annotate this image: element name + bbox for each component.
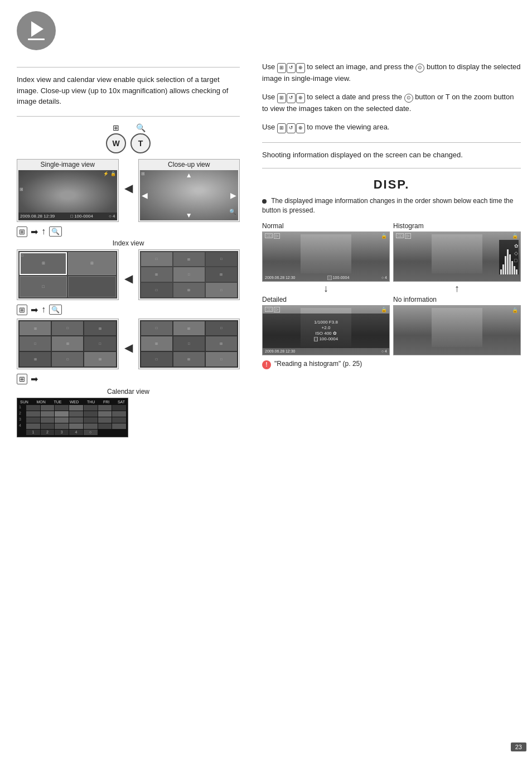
index-panel-small: ⊞ □ ⊞ □: [17, 249, 119, 300]
big-index-row: ⊞ □ ⊞ □ ⊞ □ ⊞ □ ⊞ ◀ □: [17, 319, 240, 369]
histogram-label: Histogram: [393, 222, 521, 230]
arrow-single-to-closeup: ◀: [124, 159, 133, 195]
page-number-badge: 23: [511, 742, 526, 751]
intro-divider: [17, 116, 240, 117]
right-column: Use ⊞ ↺ ⊕ to select an image, and press …: [257, 61, 532, 757]
hist-right-icons: ✿ ◇ □: [514, 243, 519, 263]
detailed-bottom-bar: 2009.06.28 12:30 ○ 4: [263, 348, 389, 355]
arrow-up-right: ↑: [393, 283, 521, 295]
disp-heading: DISP.: [262, 177, 521, 192]
single-closeup-row: Single-image view ⚡🔒 2009.08.28 12:39 □ …: [17, 159, 240, 222]
left-column: Index view and calendar view enable quic…: [0, 61, 257, 757]
display-modes-bottom: Detailed □□ ▷ 🔒 1/1000 F3.8: [262, 296, 521, 355]
detailed-mode: Detailed □□ ▷ 🔒 1/1000 F3.8: [262, 296, 390, 355]
index-view-row: ⊞ □ ⊞ □ ◀: [17, 249, 240, 300]
right-text-1: Use ⊞ ↺ ⊕ to select an image, and press …: [262, 61, 521, 84]
no-info-label: No information: [393, 296, 521, 303]
right-text-2: Use ⊞ ↺ ⊕ to select a date and press the…: [262, 91, 521, 114]
disp-divider: [262, 168, 521, 168]
normal-mode: Normal □□ ▷ 🔒 2009.06.28 12:30: [262, 222, 390, 282]
calendar-label: Calendar view: [17, 388, 240, 396]
t-button[interactable]: T: [130, 133, 151, 153]
no-info-lock-icon: 🔒: [512, 307, 518, 313]
normal-screen: □□ ▷ 🔒 2009.06.28 12:30 □ 100-0004 ○ 4: [262, 232, 390, 282]
note-box: ! "Reading a histogram" (p. 25): [262, 360, 521, 369]
disp-note: The displayed image information changes …: [262, 196, 521, 215]
index-panel-large: □ ⊞ □ ⊞ □ ⊞ □ ⊞ □: [138, 249, 240, 300]
detailed-info-overlay: 1/1000 F3.8 +2.0 ISO 400 ✿ □100-0004: [263, 314, 389, 348]
no-info-screen: 🔒 ▶: [393, 305, 521, 355]
closeup-nav-vert: ▲ ▼: [186, 170, 192, 220]
controls-row-3: ⊞ ➡: [17, 374, 240, 384]
right-divider-1: [262, 142, 521, 143]
note-icon: !: [262, 360, 271, 369]
note-text: "Reading a histogram" (p. 25): [274, 360, 362, 368]
top-divider: [17, 67, 240, 67]
display-modes-grid: Normal □□ ▷ 🔒 2009.06.28 12:30: [262, 222, 521, 282]
index-label: Index view: [17, 239, 240, 247]
closeup-panel: Close-up view ◀ ▶ ▲ ▼ ⊞ 🔍: [138, 159, 240, 222]
arrow-index: ◀: [124, 249, 133, 285]
detailed-screen: □□ ▷ 🔒 1/1000 F3.8 +2.0 ISO 400 ✿ □100-0…: [262, 305, 390, 355]
histogram-screen: □□ ▷ 🔒: [393, 232, 521, 282]
closeup-label: Close-up view: [140, 161, 239, 168]
normal-bottom-bar: 2009.06.28 12:30 □ 100-0004 ○ 4: [263, 274, 389, 281]
no-info-mode: No information 🔒 ▶: [393, 296, 521, 355]
normal-label: Normal: [262, 222, 390, 230]
shooting-info-text: Shooting information displayed on the sc…: [262, 150, 521, 161]
text-section-1: Use ⊞ ↺ ⊕ to select an image, and press …: [262, 61, 521, 133]
histogram-mode: Histogram □□ ▷ 🔒: [393, 222, 521, 282]
intro-text: Index view and calendar view enable quic…: [17, 74, 240, 107]
big-index-right: □ ⊞ □ ⊞ □ ⊞ □ ⊞ □: [138, 319, 240, 369]
controls-row-2: ⊞ ➡ ↑ 🔍: [17, 305, 240, 315]
arrow-down-left: ↓: [262, 283, 390, 295]
arrow-row: ↓ ↑: [262, 283, 521, 295]
histogram-bottom-bar: [394, 274, 520, 281]
detailed-label: Detailed: [262, 296, 390, 303]
big-index-left: ⊞ □ ⊞ □ ⊞ □ ⊞ □ ⊞: [17, 319, 119, 369]
calendar-panel: SUNMONTUEWEDTHUFRISAT 1 2: [17, 398, 128, 437]
bullet-icon: [262, 199, 267, 204]
single-image-label: Single-image view: [18, 161, 117, 168]
histogram-top-bar: □□ ▷ 🔒: [394, 232, 520, 240]
controls-row-1: ⊞ ➡ ↑ 🔍: [17, 226, 240, 237]
arrow-big-index: ◀: [124, 319, 133, 354]
normal-top-bar: □□ ▷ 🔒: [263, 232, 389, 240]
detailed-top-bar: □□ ▷ 🔒: [263, 306, 389, 314]
right-text-3: Use ⊞ ↺ ⊕ to move the viewing area.: [262, 122, 521, 133]
closeup-screen: ◀ ▶ ▲ ▼ ⊞ 🔍: [140, 170, 239, 220]
top-play-icon: [17, 11, 61, 50]
single-image-panel: Single-image view ⚡🔒 2009.08.28 12:39 □ …: [17, 159, 119, 222]
w-button[interactable]: W: [106, 133, 126, 153]
cam-bottom-bar: 2009.08.28 12:39 □ 100-0004 ○ 4: [18, 213, 117, 220]
wt-buttons-row: ⊞ W 🔍 T: [17, 123, 240, 153]
single-image-screen: ⚡🔒 2009.08.28 12:39 □ 100-0004 ○ 4 ⊞: [18, 170, 117, 220]
